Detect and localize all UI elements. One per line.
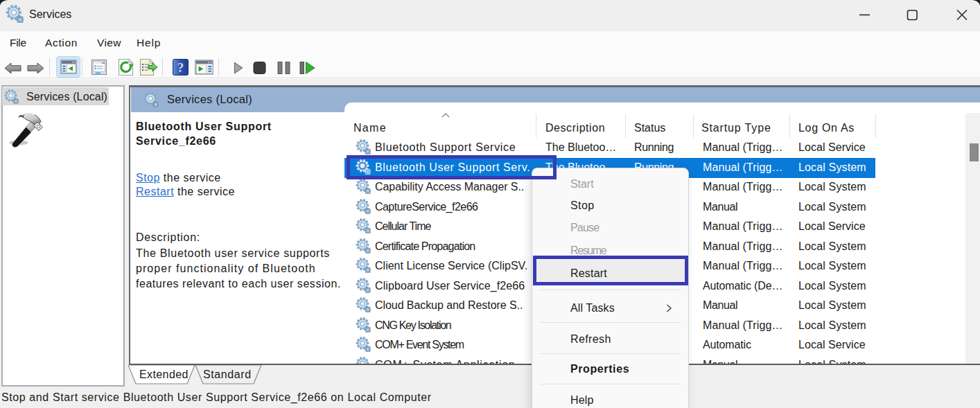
svg-text:?: ? (177, 60, 184, 75)
